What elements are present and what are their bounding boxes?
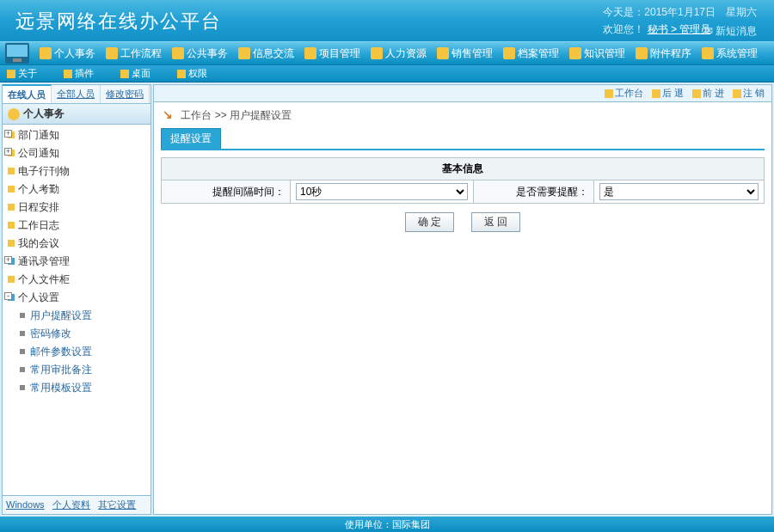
new-message-link[interactable]: ✉ 新短消息 [704, 24, 757, 39]
rb-forward[interactable]: 前 进 [692, 87, 724, 100]
interval-label: 提醒间隔时间： [162, 180, 291, 204]
sidebar-bottom: Windows 个人资料 其它设置 [3, 495, 150, 514]
current-date: 今天是：2015年1月17日 星期六 [603, 4, 757, 20]
main-nav: 个人事务 工作流程 公共事务 信息交流 项目管理 人力资源 销售管理 档案管理 … [0, 41, 774, 65]
tree-filebox[interactable]: 个人文件柜 [6, 271, 150, 289]
user-role-link[interactable]: 秘书 > 管理员 [648, 23, 711, 35]
sidebar-tabs: 在线人员 全部人员 修改密码 [3, 85, 150, 104]
back-icon [652, 89, 660, 98]
nav-icon [106, 47, 118, 59]
tree-mail-params[interactable]: 邮件参数设置 [6, 343, 150, 361]
sidebar-heading: 个人事务 [3, 104, 150, 125]
nav-workflow[interactable]: 工作流程 [101, 42, 167, 64]
nav-attach[interactable]: 附件程序 [630, 42, 697, 64]
sidebar-tab-pw[interactable]: 修改密码 [101, 85, 150, 103]
need-remind-select[interactable]: 是 [599, 183, 759, 200]
nav-system[interactable]: 系统管理 [697, 42, 763, 64]
sub-bar: 关于 插件 桌面 权限 [0, 65, 774, 83]
sb-profile[interactable]: 个人资料 [52, 499, 90, 510]
forward-icon [692, 89, 701, 98]
sb-windows[interactable]: Windows [6, 499, 45, 510]
tree-schedule[interactable]: 日程安排 [6, 199, 150, 217]
footer: 使用单位：国际集团 [0, 517, 774, 532]
nav-icon [40, 47, 52, 59]
back-button[interactable]: 返 回 [471, 212, 520, 232]
subbar-about[interactable]: 关于 [7, 68, 49, 78]
nav-icon [172, 47, 184, 59]
tree-company-notice[interactable]: +公司通知 [6, 144, 150, 162]
nav-info[interactable]: 信息交流 [233, 42, 299, 64]
tree-password-change[interactable]: 密码修改 [6, 325, 150, 343]
home-icon [605, 89, 613, 98]
rb-back[interactable]: 后 退 [652, 87, 684, 100]
nav-icon [437, 47, 449, 59]
tree-ezine[interactable]: 电子行刊物 [6, 162, 150, 180]
nav-personal[interactable]: 个人事务 [34, 42, 101, 64]
nav-icon [702, 47, 714, 59]
tree-attendance[interactable]: 个人考勤 [6, 180, 150, 199]
monitor-icon [5, 43, 29, 64]
main-panel: 工作台 后 退 前 进 注 销 ↘ 工作台 >> 用户提醒设置 提醒设置 基本信… [153, 84, 772, 515]
tree-template-settings[interactable]: 常用模板设置 [6, 379, 150, 397]
subbar-plugin[interactable]: 插件 [64, 68, 106, 78]
nav-icon [636, 47, 648, 59]
tree-contacts[interactable]: +通讯录管理 [6, 253, 150, 271]
nav-hr[interactable]: 人力资源 [366, 42, 432, 64]
table-header: 基本信息 [162, 158, 765, 180]
settings-table: 基本信息 提醒间隔时间： 10秒 是否需要提醒： 是 [161, 157, 765, 204]
right-toolbar: 工作台 后 退 前 进 注 销 [154, 85, 771, 102]
tree-dept-notice[interactable]: +部门通知 [6, 126, 150, 144]
breadcrumb: ↘ 工作台 >> 用户提醒设置 [154, 102, 771, 128]
nav-public[interactable]: 公共事务 [167, 42, 233, 64]
tab-reminder-settings[interactable]: 提醒设置 [161, 128, 221, 149]
tree-personal-settings[interactable]: -个人设置 [6, 289, 150, 307]
divider [161, 149, 765, 150]
nav-icon [569, 47, 581, 59]
nav-project[interactable]: 项目管理 [299, 42, 366, 64]
nav-icon [371, 47, 383, 59]
sidebar-tab-all[interactable]: 全部人员 [52, 85, 101, 103]
nav-icon [304, 47, 316, 59]
sidebar-tab-online[interactable]: 在线人员 [3, 84, 52, 103]
ok-button[interactable]: 确 定 [405, 212, 454, 232]
logout-icon [733, 89, 741, 98]
tree-meeting[interactable]: 我的会议 [6, 235, 150, 253]
rb-workspace[interactable]: 工作台 [605, 87, 643, 100]
nav-knowledge[interactable]: 知识管理 [564, 42, 630, 64]
interval-select[interactable]: 10秒 [296, 183, 468, 200]
rb-logout[interactable]: 注 销 [733, 87, 765, 100]
nav-icon [503, 47, 515, 59]
need-remind-label: 是否需要提醒： [474, 180, 594, 204]
subbar-desktop[interactable]: 桌面 [120, 68, 163, 78]
arrow-icon: ↘ [163, 107, 173, 121]
nav-sales[interactable]: 销售管理 [432, 42, 498, 64]
sb-other[interactable]: 其它设置 [98, 499, 136, 510]
tree-reminder-settings[interactable]: 用户提醒设置 [6, 307, 150, 325]
nav-archive[interactable]: 档案管理 [498, 42, 564, 64]
person-icon [8, 108, 20, 120]
tree-approval-notes[interactable]: 常用审批备注 [6, 361, 150, 379]
sidebar: 在线人员 全部人员 修改密码 个人事务 +部门通知 +公司通知 电子行刊物 个人… [2, 84, 151, 515]
header-banner: 远景网络在线办公平台 今天是：2015年1月17日 星期六 欢迎您！ 秘书 > … [0, 0, 774, 41]
sidebar-tree: +部门通知 +公司通知 电子行刊物 个人考勤 日程安排 工作日志 我的会议 +通… [3, 125, 150, 495]
nav-icon [238, 47, 250, 59]
subbar-perm[interactable]: 权限 [177, 68, 219, 78]
tree-worklog[interactable]: 工作日志 [6, 217, 150, 235]
